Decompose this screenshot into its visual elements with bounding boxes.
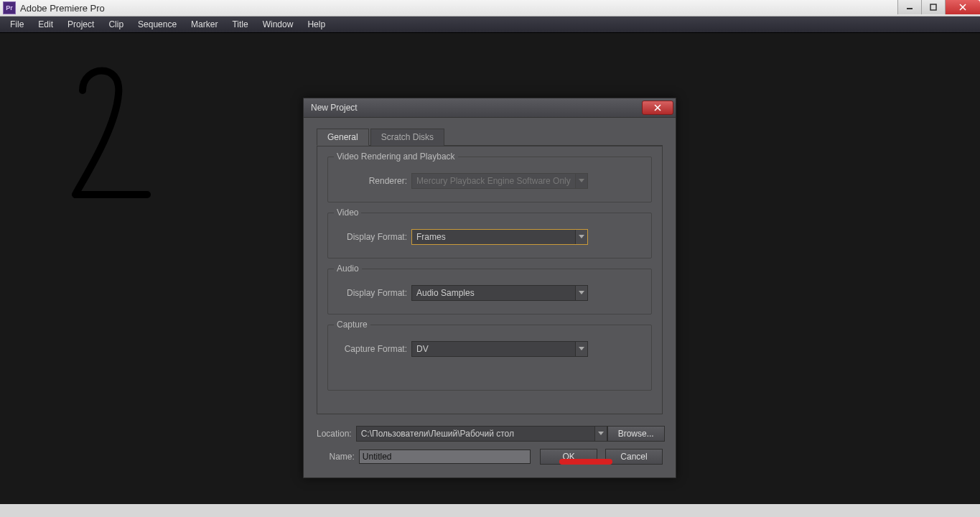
dialog-bottom: Location: C:\Пользователи\Леший\Рабочий … xyxy=(317,414,663,465)
window-controls xyxy=(897,0,980,14)
legend-video-rendering: Video Rendering and Playback xyxy=(334,152,458,162)
menu-clip[interactable]: Clip xyxy=(101,18,131,31)
label-renderer: Renderer: xyxy=(338,176,407,186)
audio-display-format-value: Audio Samples xyxy=(416,288,475,298)
tab-scratch-disks[interactable]: Scratch Disks xyxy=(370,129,444,146)
legend-video: Video xyxy=(334,208,361,218)
tab-general[interactable]: General xyxy=(317,129,369,146)
app-logo-icon: Pr xyxy=(3,1,16,14)
legend-capture: Capture xyxy=(334,320,370,330)
svg-marker-10 xyxy=(598,432,604,435)
dialog-titlebar[interactable]: New Project xyxy=(304,98,676,118)
renderer-select-value: Mercury Playback Engine Software Only xyxy=(416,176,571,186)
fieldset-video-rendering: Video Rendering and Playback Renderer: M… xyxy=(327,157,652,202)
annotation-mark xyxy=(61,51,176,223)
dialog-title: New Project xyxy=(304,103,358,113)
maximize-button[interactable] xyxy=(921,0,945,14)
chevron-down-icon xyxy=(575,174,587,188)
label-capture-format: Capture Format: xyxy=(338,344,407,354)
video-display-format-select[interactable]: Frames xyxy=(411,229,588,245)
label-video-display-format: Display Format: xyxy=(338,232,407,242)
name-input[interactable]: Untitled xyxy=(359,450,531,464)
renderer-select: Mercury Playback Engine Software Only xyxy=(411,173,588,189)
general-panel: Video Rendering and Playback Renderer: M… xyxy=(317,146,663,414)
legend-audio: Audio xyxy=(334,264,362,274)
browse-button[interactable]: Browse... xyxy=(607,426,665,442)
app-titlebar: Pr Adobe Premiere Pro xyxy=(0,0,980,17)
capture-format-select[interactable]: DV xyxy=(411,341,588,357)
app-title: Adobe Premiere Pro xyxy=(20,3,105,14)
new-project-dialog: New Project General Scratch Disks Video … xyxy=(303,98,676,478)
chevron-down-icon[interactable] xyxy=(594,427,607,441)
fieldset-audio: Audio Display Format: Audio Samples xyxy=(327,269,652,315)
close-button[interactable] xyxy=(945,0,980,14)
svg-marker-6 xyxy=(579,179,584,182)
minimize-button[interactable] xyxy=(897,0,921,14)
fieldset-video: Video Display Format: Frames xyxy=(327,213,652,258)
svg-marker-7 xyxy=(579,235,584,238)
menu-sequence[interactable]: Sequence xyxy=(131,18,184,31)
label-location: Location: xyxy=(317,429,352,439)
menu-title[interactable]: Title xyxy=(225,18,255,31)
dialog-tabs: General Scratch Disks xyxy=(317,128,663,146)
menu-file[interactable]: File xyxy=(3,18,31,31)
capture-format-value: DV xyxy=(416,344,429,354)
menu-project[interactable]: Project xyxy=(60,18,101,31)
cancel-button[interactable]: Cancel xyxy=(605,449,663,465)
label-audio-display-format: Display Format: xyxy=(338,288,407,298)
svg-marker-9 xyxy=(579,347,584,350)
workspace: New Project General Scratch Disks Video … xyxy=(0,33,980,504)
desktop-strip xyxy=(0,504,980,517)
video-display-format-value: Frames xyxy=(416,232,446,242)
annotation-underline xyxy=(559,459,612,465)
close-icon xyxy=(654,104,661,111)
svg-rect-1 xyxy=(930,4,936,10)
menubar: File Edit Project Clip Sequence Marker T… xyxy=(0,17,980,33)
menu-help[interactable]: Help xyxy=(300,18,332,31)
location-value: C:\Пользователи\Леший\Рабочий стол xyxy=(361,429,514,439)
menu-window[interactable]: Window xyxy=(256,18,301,31)
chevron-down-icon[interactable] xyxy=(575,342,587,356)
fieldset-capture: Capture Capture Format: DV xyxy=(327,325,652,391)
audio-display-format-select[interactable]: Audio Samples xyxy=(411,285,588,301)
menu-edit[interactable]: Edit xyxy=(31,18,60,31)
chevron-down-icon[interactable] xyxy=(575,286,587,300)
menu-marker[interactable]: Marker xyxy=(184,18,225,31)
svg-marker-8 xyxy=(579,291,584,294)
dialog-close-button[interactable] xyxy=(642,101,673,115)
location-select[interactable]: C:\Пользователи\Леший\Рабочий стол xyxy=(356,426,607,442)
chevron-down-icon[interactable] xyxy=(575,230,587,244)
label-name: Name: xyxy=(317,452,355,462)
